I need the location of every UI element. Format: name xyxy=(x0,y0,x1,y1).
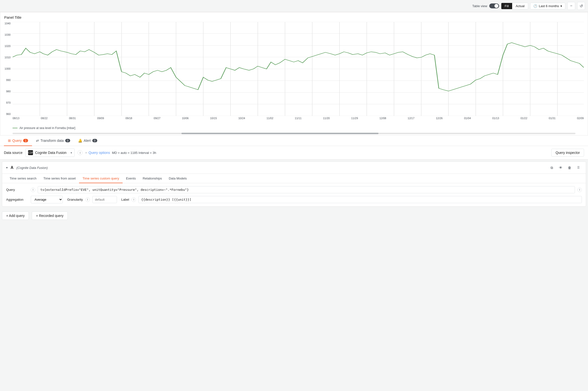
delete-query-button[interactable]: 🗑 xyxy=(566,164,573,171)
label-field-label: Label xyxy=(121,198,129,201)
bottom-actions: + Add query + Recorded query xyxy=(0,208,588,223)
collapse-icon[interactable]: ▾ xyxy=(6,166,8,169)
alert-tab-label: Alert xyxy=(84,139,91,143)
x-label-1120: 11/20 xyxy=(323,117,330,122)
add-query-button[interactable]: + Add query xyxy=(2,211,29,220)
x-axis: 08/13 08/22 08/31 09/09 09/18 09/27 10/0… xyxy=(12,117,584,122)
recorded-query-button[interactable]: + Recorded query xyxy=(32,211,68,220)
clock-icon: 🕐 xyxy=(533,4,537,8)
fill-actual-group: Fill Actual xyxy=(501,3,528,9)
transform-tab-badge: 0 xyxy=(65,139,70,142)
panel-title: Panel Title xyxy=(0,12,588,19)
x-label-0927: 09/27 xyxy=(154,117,161,122)
tab-alert[interactable]: 🔔 Alert 0 xyxy=(74,136,101,146)
y-label-1040: 1040 xyxy=(5,22,10,25)
alert-tab-icon: 🔔 xyxy=(78,139,82,143)
actual-button[interactable]: Actual xyxy=(512,3,528,9)
query-block-a: ▾ A (Cognite Data Fusion) ⧉ 👁 🗑 ⠿ xyxy=(2,162,586,206)
subtab-time-series-asset[interactable]: Time series from asset xyxy=(40,174,79,183)
x-label-0918: 09/18 xyxy=(125,117,132,122)
x-label-1102: 11/02 xyxy=(266,117,273,122)
table-view-label: Table view xyxy=(472,4,487,8)
query-options-area: › Query options MD = auto = 1185 Interva… xyxy=(86,151,548,155)
scrollbar-area xyxy=(0,132,588,135)
x-label-1208: 12/08 xyxy=(380,117,386,122)
y-label-960: 960 xyxy=(6,112,10,115)
datasource-row: Data source CDF Cognite Data Fusion ▾ i … xyxy=(0,146,588,160)
query-fields: Query i i Aggregation Average None Sum M… xyxy=(2,183,586,206)
subtab-data-models[interactable]: Data Models xyxy=(165,174,190,183)
query-tab-badge: 1 xyxy=(23,139,28,142)
tab-query[interactable]: ⊞ Query 1 xyxy=(4,136,32,146)
x-label-0131: 01/31 xyxy=(549,117,556,122)
chart-legend: Air pressure at sea level in Fornebu [mb… xyxy=(0,125,588,132)
trash-icon: 🗑 xyxy=(568,166,571,170)
eye-icon: 👁 xyxy=(559,166,562,170)
copy-icon: ⧉ xyxy=(551,166,553,170)
query-right-info-icon[interactable]: i xyxy=(578,188,582,192)
datasource-chevron-icon: ▾ xyxy=(71,151,72,154)
aggregation-select[interactable]: Average None Sum Min Max Count xyxy=(31,196,63,203)
x-label-1226: 12/26 xyxy=(436,117,443,122)
chevron-down-icon: ▾ xyxy=(560,4,562,8)
subtab-time-series-custom[interactable]: Time series custom query xyxy=(79,174,122,183)
datasource-info-icon[interactable]: i xyxy=(78,150,83,155)
time-range-button[interactable]: 🕐 Last 6 months ▾ xyxy=(530,3,565,9)
toggle-visibility-button[interactable]: 👁 xyxy=(557,164,564,171)
chart-svg xyxy=(12,22,584,116)
x-label-0909: 09/09 xyxy=(97,117,104,122)
transform-tab-icon: ⇄ xyxy=(36,139,39,143)
y-label-1030: 1030 xyxy=(5,33,10,36)
aggregation-field-row: Aggregation Average None Sum Min Max Cou… xyxy=(6,196,582,203)
copy-query-button[interactable]: ⧉ xyxy=(548,164,555,171)
x-label-0813: 08/13 xyxy=(12,117,19,122)
refresh-button[interactable]: ↺ xyxy=(577,2,585,10)
label-info-icon[interactable]: i xyxy=(131,197,136,202)
zoom-out-button[interactable]: − xyxy=(567,2,575,10)
legend-line xyxy=(12,128,17,128)
x-label-0822: 08/22 xyxy=(41,117,48,122)
chart-area: 1040 1030 1020 1010 1000 990 980 970 960 xyxy=(0,19,588,125)
query-letter: A xyxy=(10,166,13,170)
query-options-chevron-icon: › xyxy=(86,151,87,154)
scrollbar-track[interactable] xyxy=(12,133,576,134)
main-container: Table view Fill Actual 🕐 Last 6 months ▾… xyxy=(0,0,588,391)
x-label-1129: 11/29 xyxy=(351,117,358,122)
granularity-info-icon[interactable]: i xyxy=(86,197,90,202)
query-field-row: Query i i xyxy=(6,186,582,193)
drag-handle-button[interactable]: ⠿ xyxy=(575,164,582,171)
drag-icon: ⠿ xyxy=(577,166,580,170)
granularity-label: Granularity xyxy=(67,198,83,201)
y-label-1000: 1000 xyxy=(5,67,10,70)
scrollbar-thumb[interactable] xyxy=(182,133,379,134)
x-label-0122: 01/22 xyxy=(520,117,527,122)
query-inspector-button[interactable]: Query inspector xyxy=(551,149,584,157)
datasource-select[interactable]: CDF Cognite Data Fusion ▾ xyxy=(25,148,75,157)
transform-tab-label: Transform data xyxy=(40,139,64,143)
table-view-switch[interactable] xyxy=(489,3,499,8)
query-field-info-icon[interactable]: i xyxy=(31,188,35,192)
fill-button[interactable]: Fill xyxy=(501,3,512,9)
x-label-0831: 08/31 xyxy=(69,117,76,122)
aggregation-label: Aggregation xyxy=(6,198,28,201)
query-actions: ⧉ 👁 🗑 ⠿ xyxy=(548,164,582,171)
tabs-bar: ⊞ Query 1 ⇄ Transform data 0 🔔 Alert 0 xyxy=(0,135,588,146)
alert-tab-badge: 0 xyxy=(92,139,97,142)
query-options-meta: MD = auto = 1185 Interval = 3h xyxy=(112,151,156,155)
granularity-input[interactable] xyxy=(92,196,117,203)
label-input[interactable] xyxy=(138,196,582,203)
table-view-toggle: Table view xyxy=(472,3,499,8)
query-options-link[interactable]: Query options xyxy=(88,151,110,155)
subtab-events[interactable]: Events xyxy=(123,174,139,183)
y-axis: 1040 1030 1020 1010 1000 990 980 970 960 xyxy=(0,22,12,115)
query-subtabs: Time series search Time series from asse… xyxy=(2,174,586,183)
x-label-1024: 10/24 xyxy=(238,117,245,122)
query-block-header: ▾ A (Cognite Data Fusion) ⧉ 👁 🗑 ⠿ xyxy=(2,162,586,174)
y-label-990: 990 xyxy=(6,79,10,82)
subtab-relationships[interactable]: Relationships xyxy=(139,174,165,183)
x-label-1015: 10/15 xyxy=(210,117,217,122)
subtab-time-series-search[interactable]: Time series search xyxy=(6,174,40,183)
query-input[interactable] xyxy=(38,186,575,193)
tab-transform[interactable]: ⇄ Transform data 0 xyxy=(32,136,74,146)
x-label-0104: 01/04 xyxy=(464,117,471,122)
